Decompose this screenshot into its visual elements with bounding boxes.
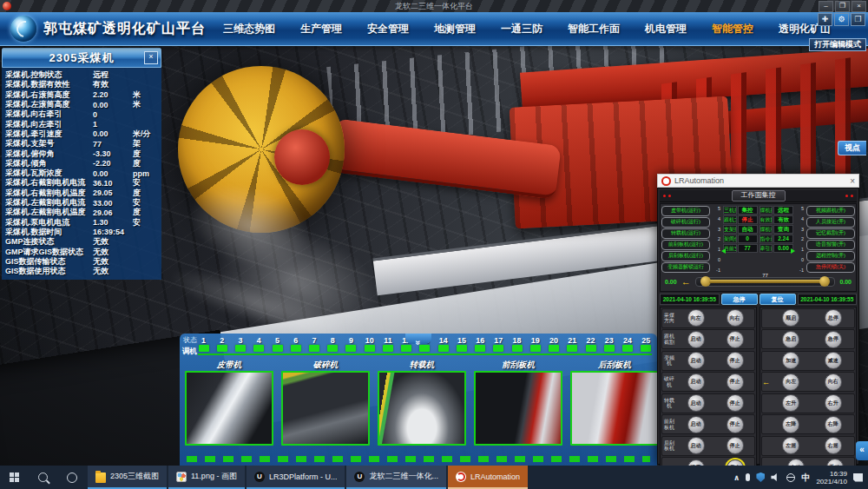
control-button[interactable]: 加速 [782, 352, 799, 369]
control-button[interactable]: 向左 [782, 373, 799, 391]
panel-close-icon[interactable]: × [144, 51, 158, 64]
control-button[interactable]: 停止 [727, 331, 744, 348]
clock[interactable]: 16:39 2021/4/10 [816, 470, 847, 486]
control-button[interactable]: 向左 [687, 309, 705, 327]
close-button[interactable]: × [852, 1, 866, 12]
nav-item[interactable]: 安全管理 [367, 22, 409, 36]
control-button[interactable]: 停止 [727, 437, 744, 454]
taskbar-item[interactable]: 龙软二三维一体化... [346, 466, 446, 489]
taskbar-item[interactable]: LR3DPlatform - U... [247, 466, 345, 489]
support-cell[interactable]: 22 [582, 336, 600, 359]
support-cell[interactable]: 4 [250, 336, 268, 359]
support-cell[interactable]: 11 [378, 336, 397, 359]
collapse-panel-button[interactable]: » [405, 334, 431, 344]
control-button[interactable]: 急启 [782, 331, 799, 348]
control-button[interactable]: 右升 [825, 394, 842, 412]
panel-collapse-tab[interactable]: « [856, 441, 868, 460]
support-cell[interactable]: 5 [268, 336, 286, 359]
tools-icon[interactable]: ✚ [818, 13, 832, 26]
support-cell[interactable]: 9 [342, 336, 360, 359]
taskbar-item[interactable]: LRAutomation [448, 466, 528, 489]
defender-shield-icon[interactable] [756, 472, 765, 482]
equipment-status-button[interactable]: 变频器解锁运行 [661, 262, 710, 273]
function-toggle-button[interactable]: 远程控制(开) [806, 251, 855, 261]
support-cell[interactable]: 2 [213, 336, 231, 359]
support-cell[interactable]: 19 [526, 336, 544, 359]
support-cell[interactable]: 20 [544, 336, 562, 359]
control-button[interactable]: 启动 [687, 394, 705, 412]
task-view-button[interactable] [57, 466, 86, 489]
speaker-icon[interactable] [771, 473, 780, 482]
tab-workface-control[interactable]: 工作面集控 [732, 190, 786, 202]
support-cell[interactable]: 24 [618, 336, 636, 359]
equipment-status-button[interactable]: 破碎机(运行) [661, 217, 710, 228]
control-button[interactable]: 停止 [727, 394, 744, 412]
ime-indicator[interactable]: 中 [801, 472, 810, 484]
nav-item[interactable]: 一通三防 [501, 22, 542, 36]
restore-button[interactable]: ❐ [835, 1, 850, 12]
minimize-button[interactable]: – [819, 1, 833, 12]
nav-item[interactable]: 三维态势图 [223, 22, 275, 36]
equipment-status-button[interactable]: 后刮板机(运行) [661, 251, 710, 261]
equipment-status-button[interactable]: 皮带机(运行) [661, 206, 710, 216]
control-button[interactable]: 启动 [687, 331, 705, 348]
support-cell[interactable]: 23 [600, 336, 618, 359]
camera-feed[interactable]: 前刮板机 [474, 360, 562, 446]
support-cell[interactable]: 18 [508, 336, 526, 359]
camera-feed[interactable]: 转载机 [378, 360, 466, 446]
open-edit-mode-button[interactable]: 打开编辑模式 [809, 38, 866, 51]
nav-item[interactable]: 生产管理 [300, 22, 342, 36]
camera-thumbnail[interactable] [474, 371, 562, 446]
support-cell[interactable]: 17 [490, 336, 508, 359]
camera-thumbnail[interactable] [570, 371, 657, 446]
nav-item[interactable]: 智能管控 [712, 22, 753, 36]
lr-titlebar[interactable]: LRAutomation × [657, 174, 859, 188]
support-cell[interactable]: 16 [471, 336, 490, 359]
control-button[interactable]: 启动 [687, 373, 705, 391]
microphone-icon[interactable] [746, 473, 750, 481]
function-toggle-button[interactable]: 语音报警(开) [806, 240, 855, 250]
chevron-up-icon[interactable]: ∧ [733, 473, 740, 482]
control-button[interactable]: 停止 [727, 352, 744, 369]
control-button[interactable]: 减速 [825, 352, 842, 369]
control-button[interactable]: 启动 [687, 352, 705, 369]
equipment-status-button[interactable]: 前刮板机(运行) [661, 240, 710, 250]
control-button[interactable]: 启动 [687, 437, 705, 454]
support-cell[interactable]: 7 [305, 336, 323, 359]
estop-button[interactable]: 急停 [721, 294, 758, 305]
camera-thumbnail[interactable] [378, 371, 466, 446]
support-cell[interactable]: 3 [231, 336, 249, 359]
control-button[interactable]: 左降 [782, 416, 799, 433]
start-button[interactable] [0, 466, 29, 489]
support-cell[interactable]: 14 [434, 336, 452, 359]
control-button[interactable]: 左摇 [782, 437, 799, 454]
resize-icon[interactable]: ❐ [851, 13, 865, 26]
support-cell[interactable]: 10 [360, 336, 378, 359]
control-button[interactable]: 停止 [727, 416, 744, 433]
gear-icon[interactable]: ⚙ [834, 13, 849, 26]
nav-item[interactable]: 智能工作面 [568, 22, 620, 36]
control-button[interactable]: 顺启 [782, 309, 799, 327]
camera-feed[interactable]: 皮带机 [185, 360, 273, 446]
control-button[interactable]: 左升 [782, 394, 799, 412]
notification-center-icon[interactable] [853, 473, 863, 482]
lr-close-icon[interactable]: × [850, 176, 855, 186]
camera-thumbnail[interactable] [185, 371, 273, 446]
control-button[interactable]: 向右 [727, 309, 744, 327]
control-button[interactable]: 启动 [687, 416, 705, 433]
network-globe-icon[interactable] [786, 473, 795, 482]
camera-thumbnail[interactable] [281, 371, 370, 446]
control-button[interactable]: 停止 [727, 373, 744, 391]
support-cell[interactable]: 25 [637, 336, 655, 359]
function-toggle-button[interactable]: 人员接近(开) [806, 217, 855, 228]
viewpoint-tab[interactable]: 视点 [838, 141, 866, 155]
function-toggle-button[interactable]: 记忆截割(开) [806, 228, 855, 239]
control-button[interactable]: 向右 [825, 373, 842, 391]
support-cell[interactable]: 8 [324, 336, 342, 359]
equipment-status-button[interactable]: 转载机(运行) [661, 228, 710, 239]
camera-feed[interactable]: 后刮板机 [570, 360, 657, 446]
support-cell[interactable]: 21 [563, 336, 582, 359]
taskbar-search-button[interactable] [29, 466, 57, 489]
control-button[interactable]: 右降 [825, 416, 842, 433]
nav-item[interactable]: 机电管理 [645, 22, 687, 36]
